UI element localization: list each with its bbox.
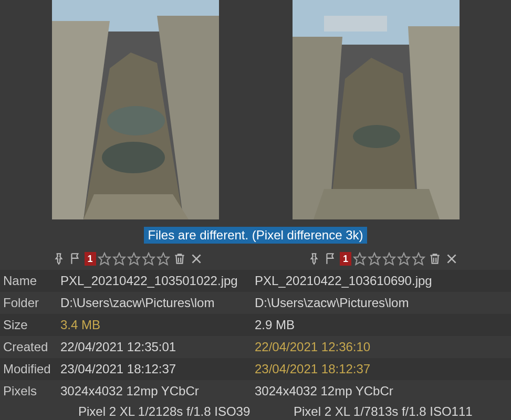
svg-marker-10 [408,10,460,219]
star-icon[interactable] [411,251,426,266]
close-icon[interactable] [189,251,204,267]
svg-marker-18 [158,253,169,265]
thumbnail-row [0,0,511,224]
right-size: 2.9 MB [255,318,511,332]
svg-marker-13 [314,189,440,219]
close-icon[interactable] [444,251,460,267]
right-modified: 23/04/2021 18:12:37 [255,362,511,376]
right-created: 22/04/2021 12:36:10 [255,340,511,354]
svg-marker-6 [84,194,189,219]
flag-icon[interactable] [323,251,339,267]
duplicate-compare-panel: Files are different. (Pixel difference 3… [0,0,511,420]
left-rating[interactable] [97,251,171,266]
star-icon[interactable] [156,251,171,266]
left-thumbnail[interactable] [52,0,219,219]
label-name: Name [0,274,60,288]
left-toolbar: 1 [51,251,204,267]
svg-point-4 [107,106,165,135]
left-modified: 23/04/2021 18:12:37 [60,362,255,376]
left-created: 22/04/2021 12:35:01 [60,340,255,354]
trash-icon[interactable] [427,251,443,267]
trash-icon[interactable] [172,251,187,267]
svg-marker-21 [383,253,395,265]
svg-point-12 [353,125,400,148]
right-thumbnail[interactable] [293,0,460,219]
row-camera-cutoff: Pixel 2 XL 1/2128s f/1.8 ISO39 Pixel 2 X… [0,402,511,420]
row-name: Name PXL_20210422_103501022.jpg PXL_2021… [0,270,511,292]
star-icon[interactable] [127,251,141,266]
svg-marker-17 [143,253,154,265]
left-name: PXL_20210422_103501022.jpg [60,274,255,288]
left-count-badge: 1 [85,252,96,266]
right-camera: Pixel 2 XL 1/7813s f/1.8 ISO111 [255,404,511,419]
left-size: 3.4 MB [60,318,255,332]
row-folder: Folder D:\Users\zacw\Pictures\lom D:\Use… [0,292,511,314]
right-count-badge: 1 [340,252,351,266]
right-folder: D:\Users\zacw\Pictures\lom [255,296,511,310]
svg-marker-22 [398,253,410,265]
star-icon[interactable] [112,251,127,266]
star-icon[interactable] [382,251,397,266]
right-rating[interactable] [352,251,426,266]
row-modified: Modified 23/04/2021 18:12:37 23/04/2021 … [0,358,511,380]
right-toolbar: 1 [306,251,460,267]
svg-marker-16 [128,253,140,265]
row-created: Created 22/04/2021 12:35:01 22/04/2021 1… [0,336,511,358]
svg-rect-8 [324,16,387,32]
svg-marker-20 [369,253,380,265]
metadata-table: Name PXL_20210422_103501022.jpg PXL_2021… [0,270,511,420]
left-folder: D:\Users\zacw\Pictures\lom [60,296,255,310]
toolbar-row: 1 [0,249,511,270]
left-pixels: 3024x4032 12mp YCbCr [60,384,255,398]
row-pixels: Pixels 3024x4032 12mp YCbCr 3024x4032 12… [0,380,511,402]
svg-point-5 [102,142,165,173]
diff-banner: Files are different. (Pixel difference 3… [144,227,368,244]
label-pixels: Pixels [0,384,60,398]
label-created: Created [0,340,60,354]
diff-banner-row: Files are different. (Pixel difference 3… [0,224,511,249]
svg-marker-15 [113,253,125,265]
right-pixels: 3024x4032 12mp YCbCr [255,384,511,398]
label-modified: Modified [0,362,60,376]
star-icon[interactable] [352,251,367,266]
label-size: Size [0,318,60,332]
svg-marker-19 [354,253,366,265]
star-icon[interactable] [141,251,156,266]
star-icon[interactable] [367,251,382,266]
star-icon[interactable] [397,251,411,266]
pin-icon[interactable] [51,251,67,267]
svg-marker-14 [99,253,110,265]
pin-icon[interactable] [306,251,322,267]
star-icon[interactable] [97,251,112,266]
label-folder: Folder [0,296,60,310]
flag-icon[interactable] [68,251,84,267]
row-size: Size 3.4 MB 2.9 MB [0,314,511,336]
left-camera: Pixel 2 XL 1/2128s f/1.8 ISO39 [60,404,255,419]
right-name: PXL_20210422_103610690.jpg [255,274,511,288]
svg-marker-23 [413,253,424,265]
